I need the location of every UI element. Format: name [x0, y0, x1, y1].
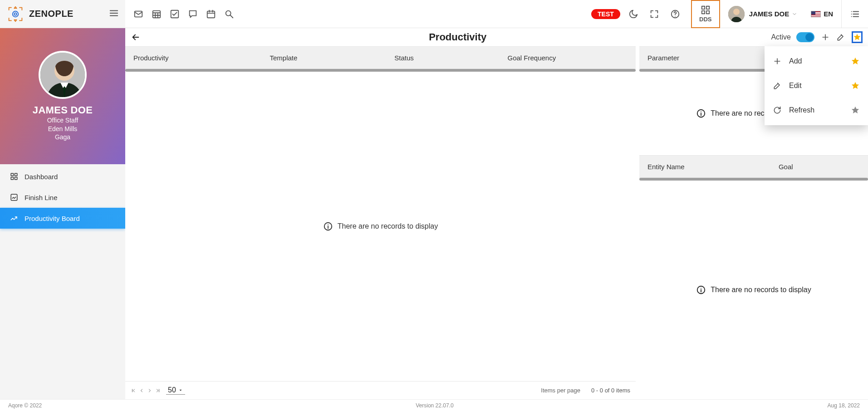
refresh-icon [773, 106, 782, 115]
svg-point-28 [701, 111, 701, 112]
star-icon[interactable] [851, 57, 860, 66]
grid-entity-body: There are no records to display [639, 181, 868, 399]
menu-refresh-label: Refresh [789, 106, 814, 114]
info-icon [696, 108, 706, 118]
col-entity-name[interactable]: Entity Name [639, 163, 770, 171]
col-goal-frequency[interactable]: Goal Frequency [499, 54, 636, 62]
list-icon[interactable] [850, 9, 860, 19]
info-icon [696, 285, 706, 295]
search-icon[interactable] [224, 9, 234, 19]
user-name[interactable]: JAMES DOE [749, 10, 789, 18]
fullscreen-icon[interactable] [649, 9, 659, 19]
divider [841, 0, 842, 28]
logo-icon [7, 6, 24, 22]
dark-mode-icon[interactable] [628, 9, 638, 19]
language-label[interactable]: EN [824, 10, 833, 18]
star-icon[interactable] [851, 106, 860, 115]
edit-icon[interactable] [836, 33, 845, 42]
grid-main-body: There are no records to display [125, 72, 636, 381]
grid-main-header: Productivity Template Status Goal Freque… [125, 46, 636, 69]
back-icon[interactable] [131, 32, 141, 42]
nav-productivity-board[interactable]: Productivity Board [0, 208, 125, 229]
svg-rect-23 [15, 177, 17, 180]
profile-extra: Gaga [55, 133, 70, 142]
footer-version: Version 22.07.0 [42, 402, 827, 409]
pager-last-icon[interactable] [155, 388, 161, 393]
col-template[interactable]: Template [262, 54, 387, 62]
nav-dashboard[interactable]: Dashboard [0, 166, 125, 187]
svg-point-0 [13, 11, 19, 17]
footer: Aqore © 2022 Version 22.07.0 Aug 18, 202… [0, 399, 868, 411]
sidebar: JAMES DOE Office Staff Eden Mills Gaga D… [0, 28, 125, 399]
svg-rect-3 [153, 10, 161, 18]
info-icon [323, 221, 333, 231]
svg-point-1 [14, 13, 16, 15]
chat-icon[interactable] [188, 9, 198, 19]
productivity-icon [10, 214, 18, 222]
date-icon[interactable] [206, 9, 216, 19]
svg-point-8 [675, 15, 676, 16]
svg-rect-12 [706, 11, 709, 14]
topbar-tool-icons [125, 9, 234, 19]
menu-edit[interactable]: Edit [765, 73, 868, 98]
check-box-icon[interactable] [170, 9, 180, 19]
grid-entity-header: Entity Name Goal [639, 155, 868, 178]
main-panel: Productivity Active Productivity Templat… [125, 28, 868, 399]
footer-date: Aug 18, 2022 [828, 402, 860, 409]
chevron-down-icon [178, 387, 183, 393]
dds-label: DDS [699, 16, 711, 23]
title-bar: Productivity Active [125, 28, 868, 46]
nav-finish-line[interactable]: Finish Line [0, 187, 125, 208]
col-goal[interactable]: Goal [770, 163, 868, 171]
page-size-select[interactable]: 50 [166, 386, 185, 395]
env-badge: TEST [591, 9, 620, 19]
profile-card: JAMES DOE Office Staff Eden Mills Gaga [0, 28, 125, 164]
pager-range: 0 - 0 of 0 items [591, 387, 630, 394]
menu-add[interactable]: Add [765, 49, 868, 73]
plus-icon [773, 57, 782, 66]
profile-location: Eden Mills [48, 125, 78, 133]
title-actions: Active [771, 31, 863, 43]
dashboard-icon [10, 172, 18, 181]
svg-point-26 [328, 224, 329, 225]
nav-productivity-board-label: Productivity Board [25, 215, 80, 222]
svg-rect-9 [702, 6, 705, 9]
add-icon[interactable] [821, 33, 830, 42]
menu-toggle-icon[interactable] [109, 8, 119, 20]
topbar: ZENOPLE TEST DDS JAMES DOE EN [0, 0, 868, 28]
dds-button[interactable]: DDS [691, 0, 720, 28]
col-productivity[interactable]: Productivity [125, 54, 262, 62]
user-avatar[interactable] [728, 6, 745, 22]
content-area: JAMES DOE Office Staff Eden Mills Gaga D… [0, 28, 868, 399]
topbar-right: TEST DDS JAMES DOE EN [591, 0, 868, 28]
page-title: Productivity [144, 31, 771, 43]
help-icon[interactable] [670, 9, 680, 19]
col-status[interactable]: Status [386, 54, 499, 62]
svg-point-14 [733, 9, 740, 15]
favorite-button[interactable] [852, 31, 863, 43]
page-size-value: 50 [168, 386, 176, 394]
svg-point-15 [851, 11, 852, 12]
flag-icon[interactable] [811, 11, 821, 17]
sidebar-nav: Dashboard Finish Line Productivity Board [0, 164, 125, 229]
menu-refresh[interactable]: Refresh [765, 98, 868, 122]
pager-prev-icon[interactable] [139, 388, 144, 393]
svg-point-30 [701, 288, 701, 289]
grid-main: Productivity Template Status Goal Freque… [125, 46, 636, 399]
svg-rect-21 [15, 173, 17, 176]
pencil-icon [773, 81, 782, 90]
svg-rect-24 [11, 194, 17, 201]
user-chevron-icon[interactable] [792, 11, 797, 17]
nav-dashboard-label: Dashboard [25, 173, 58, 181]
active-toggle[interactable] [796, 32, 814, 42]
menu-edit-label: Edit [789, 82, 802, 90]
pager-next-icon[interactable] [147, 388, 152, 393]
pager-first-icon[interactable] [131, 388, 136, 393]
svg-rect-11 [702, 11, 705, 14]
items-per-page-label: Items per page [541, 387, 580, 394]
calendar-grid-icon[interactable] [152, 9, 162, 19]
svg-rect-5 [207, 11, 215, 18]
topbar-brand-area: ZENOPLE [0, 0, 125, 28]
mail-icon[interactable] [133, 9, 143, 19]
star-icon[interactable] [851, 81, 860, 90]
